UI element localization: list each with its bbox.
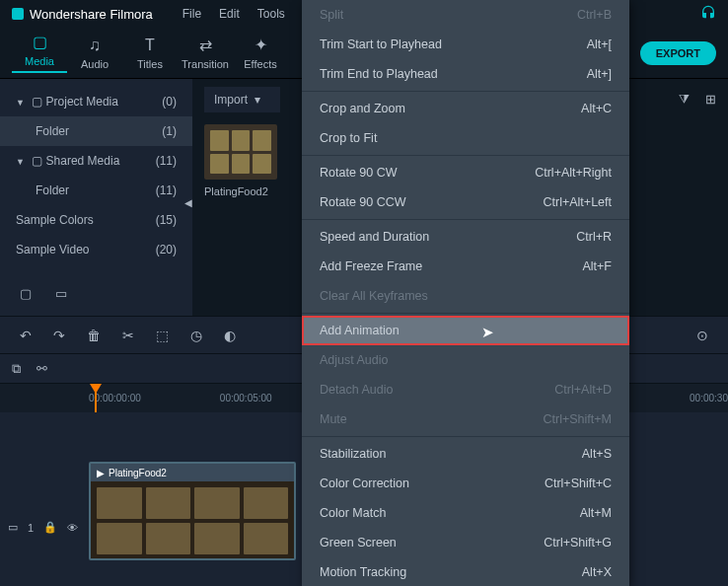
menu-item-label: Motion Tracking [320, 565, 406, 579]
sidebar-sample-colors[interactable]: Sample Colors (15) [0, 205, 192, 235]
menu-item-shortcut: Ctrl+R [576, 230, 612, 244]
thumbnail-image [204, 124, 277, 180]
menubar: File Edit Tools Vi [182, 7, 314, 21]
import-dropdown[interactable]: Import ▾ [204, 87, 280, 112]
menu-item-shortcut: Ctrl+Shift+G [544, 536, 612, 549]
transition-icon: ⇄ [199, 37, 212, 54]
menu-item-motion-tracking[interactable]: Motion TrackingAlt+X [302, 557, 629, 586]
menu-item-speed-and-duration[interactable]: Speed and DurationCtrl+R [302, 222, 629, 252]
filter-icon[interactable]: ⧩ [679, 92, 690, 108]
app-logo: Wondershare Filmora [12, 7, 153, 22]
redo-icon[interactable]: ↷ [53, 328, 65, 343]
play-icon: ▶ [97, 468, 105, 478]
tab-titles[interactable]: T Titles [122, 37, 178, 70]
timeline-options-icon[interactable]: ⊙ [696, 328, 708, 343]
menu-item-shortcut: Alt+C [581, 102, 612, 115]
tab-audio[interactable]: ♫ Audio [67, 37, 122, 70]
new-folder-icon[interactable]: ▢ [20, 286, 32, 301]
link-icon[interactable]: ⚯ [36, 361, 47, 376]
logo-icon [12, 8, 24, 20]
menu-item-label: Color Correction [320, 476, 409, 490]
export-button[interactable]: EXPORT [640, 41, 716, 65]
grid-icon[interactable]: ⊞ [705, 92, 716, 108]
folder-icon: ▢ [33, 34, 47, 51]
color-icon[interactable]: ◐ [224, 328, 236, 343]
menu-item-shortcut: Ctrl+Shift+M [544, 412, 612, 426]
menu-separator [302, 436, 629, 437]
caret-icon: ▼ [16, 98, 25, 108]
track-video-icon[interactable]: ▭ [8, 521, 18, 534]
menu-item-color-match[interactable]: Color MatchAlt+M [302, 498, 629, 528]
support-icon[interactable] [700, 5, 716, 24]
menu-item-stabilization[interactable]: StabilizationAlt+S [302, 439, 629, 469]
menu-item-crop-to-fit[interactable]: Crop to Fit [302, 123, 629, 153]
context-menu: SplitCtrl+BTrim Start to PlayheadAlt+[Tr… [302, 0, 629, 586]
menu-item-label: Detach Audio [320, 383, 393, 397]
menu-item-clear-all-keyframes: Clear All Keyframes [302, 281, 629, 311]
clip-thumbnails [91, 481, 294, 560]
menu-item-add-animation[interactable]: Add Animation [302, 316, 629, 345]
thumb-label: PlatingFood2 [204, 185, 277, 197]
menu-item-rotate-90-cw[interactable]: Rotate 90 CWCtrl+Alt+Right [302, 158, 629, 187]
menu-item-color-correction[interactable]: Color CorrectionCtrl+Shift+C [302, 469, 629, 498]
menu-item-label: Clear All Keyframes [320, 289, 428, 303]
menu-item-label: Adjust Audio [320, 353, 389, 367]
menu-item-shortcut: Alt+M [580, 506, 612, 520]
menu-item-label: Rotate 90 CW [320, 166, 398, 180]
menu-separator [302, 313, 629, 314]
delete-icon[interactable]: 🗑 [87, 328, 101, 343]
menu-item-shortcut: Alt+F [582, 259, 612, 273]
menu-item-shortcut: Ctrl+Alt+D [554, 383, 612, 397]
folder-icon[interactable]: ▭ [55, 286, 67, 301]
menu-item-adjust-audio: Adjust Audio [302, 345, 629, 375]
menu-item-label: Split [320, 8, 343, 22]
menu-item-trim-start-to-playhead[interactable]: Trim Start to PlayheadAlt+[ [302, 30, 629, 59]
sidebar-folder-1[interactable]: Folder (1) [0, 116, 192, 146]
caret-icon: ▼ [16, 157, 25, 167]
menu-edit[interactable]: Edit [219, 7, 240, 21]
layers-icon[interactable]: ⧉ [12, 361, 21, 377]
crop-icon[interactable]: ⬚ [156, 328, 169, 343]
menu-item-label: Mute [320, 412, 347, 426]
track-controls: ▭ 1 🔒 👁 [8, 521, 78, 534]
menu-separator [302, 91, 629, 92]
speed-icon[interactable]: ◷ [190, 328, 202, 343]
timeline-clip[interactable]: ▶ PlatingFood2 [89, 462, 296, 560]
menu-item-label: Speed and Duration [320, 230, 429, 244]
clip-header: ▶ PlatingFood2 [91, 464, 294, 481]
menu-file[interactable]: File [182, 7, 201, 21]
menu-item-green-screen[interactable]: Green ScreenCtrl+Shift+G [302, 528, 629, 557]
sidebar-actions: ▢ ▭ [20, 286, 67, 301]
menu-tools[interactable]: Tools [257, 7, 285, 21]
menu-item-label: Stabilization [320, 447, 386, 461]
cut-icon[interactable]: ✂ [122, 328, 134, 343]
collapse-arrow-icon[interactable]: ◀ [184, 197, 192, 208]
menu-item-add-freeze-frame[interactable]: Add Freeze FrameAlt+F [302, 252, 629, 281]
menu-item-shortcut: Ctrl+B [577, 8, 612, 22]
menu-item-label: Rotate 90 CCW [320, 195, 406, 209]
menu-item-crop-and-zoom[interactable]: Crop and ZoomAlt+C [302, 94, 629, 123]
tab-media[interactable]: ▢ Media [12, 34, 67, 73]
menu-item-label: Add Freeze Frame [320, 259, 422, 273]
menu-separator [302, 155, 629, 156]
effects-icon: ✦ [255, 37, 267, 54]
menu-item-trim-end-to-playhead[interactable]: Trim End to PlayheadAlt+] [302, 59, 629, 89]
tab-effects[interactable]: ✦ Effects [233, 37, 288, 70]
visibility-icon[interactable]: 👁 [67, 522, 78, 534]
menu-item-label: Green Screen [320, 536, 397, 549]
menu-item-label: Crop and Zoom [320, 102, 405, 115]
media-thumb[interactable]: PlatingFood2 [204, 124, 277, 197]
lock-icon[interactable]: 🔒 [43, 521, 57, 534]
menu-item-shortcut: Alt+] [587, 67, 612, 81]
sidebar-sample-video[interactable]: Sample Video (20) [0, 235, 192, 264]
sidebar-shared-media[interactable]: ▼ ▢ Shared Media (11) [0, 146, 192, 176]
panel-view-icons: ⧩ ⊞ [679, 92, 716, 108]
tab-transition[interactable]: ⇄ Transition [178, 37, 233, 70]
sidebar-folder-2[interactable]: Folder (11) [0, 176, 192, 205]
sidebar-project-media[interactable]: ▼ ▢ Project Media (0) [0, 87, 192, 116]
undo-icon[interactable]: ↶ [20, 328, 32, 343]
menu-item-label: Crop to Fit [320, 131, 377, 145]
menu-item-rotate-90-ccw[interactable]: Rotate 90 CCWCtrl+Alt+Left [302, 187, 629, 217]
menu-item-shortcut: Ctrl+Shift+C [545, 476, 612, 490]
menu-item-label: Add Animation [320, 324, 400, 337]
